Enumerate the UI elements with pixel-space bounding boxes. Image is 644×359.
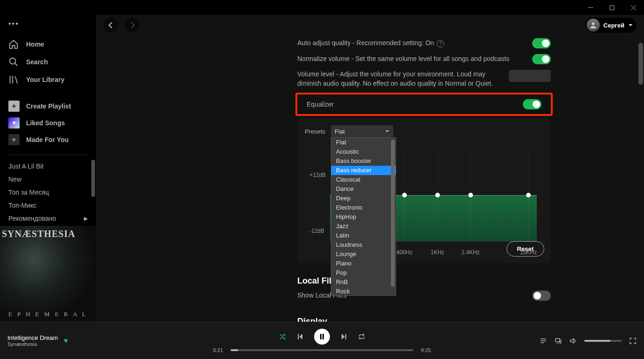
preset-option[interactable]: Electronic <box>331 203 396 212</box>
play-pause-button[interactable] <box>314 329 330 345</box>
nav-back-button[interactable] <box>103 18 118 33</box>
devices-button[interactable] <box>555 337 562 345</box>
repeat-button[interactable] <box>358 333 365 340</box>
main-scrollbar[interactable] <box>638 43 643 85</box>
toggle-equalizer[interactable] <box>523 99 541 109</box>
app-menu-icon[interactable]: ••• <box>0 17 96 31</box>
volume-slider[interactable] <box>584 340 622 342</box>
made-for-you[interactable]: ✦Made For You <box>0 131 96 148</box>
preset-option[interactable]: Bass booster <box>331 156 396 166</box>
section-heading-display: Display <box>297 317 551 322</box>
home-icon <box>8 39 19 49</box>
progress-bar[interactable] <box>231 349 413 351</box>
now-playing-artist[interactable]: Synæsthesia <box>7 341 58 347</box>
preset-option[interactable]: Piano <box>331 259 396 268</box>
main-content: Сергей Auto adjust quality - Recommended… <box>96 15 644 322</box>
queue-button[interactable] <box>540 337 547 345</box>
eq-band-handle[interactable] <box>526 193 531 197</box>
presets-selected-value: Flat <box>335 128 345 135</box>
preset-option[interactable]: Acoustic <box>331 147 396 156</box>
nav-library[interactable]: Your Library <box>0 71 96 88</box>
create-playlist[interactable]: ＋Create Playlist <box>0 98 96 115</box>
window-minimize[interactable] <box>580 0 601 15</box>
plus-icon: ＋ <box>8 101 20 112</box>
next-button[interactable] <box>340 333 348 340</box>
toggle-normalize[interactable] <box>532 54 551 64</box>
svg-point-2 <box>592 22 595 25</box>
playlist-item[interactable]: Топ-Микс <box>0 199 96 212</box>
preset-option[interactable]: Rock <box>331 287 396 296</box>
volume-button[interactable] <box>569 337 577 345</box>
preset-option[interactable]: Lounge <box>331 250 396 259</box>
preset-option[interactable]: RnB <box>331 278 396 287</box>
divider <box>8 155 88 155</box>
liked-songs[interactable]: ♥Liked Songs <box>0 115 96 131</box>
nav-forward-button[interactable] <box>125 18 140 33</box>
setting-equalizer-row: Equalizer <box>295 93 553 116</box>
window-maximize[interactable] <box>601 0 623 15</box>
playlist-item[interactable]: Рекомендовано▶ <box>0 212 96 225</box>
preset-option[interactable]: Flat <box>331 138 396 147</box>
chevron-right-icon: ▶ <box>84 216 88 222</box>
nav-search[interactable]: Search <box>0 53 96 71</box>
album-art-subtitle: E P H E M E R A L <box>0 311 96 318</box>
fullscreen-button[interactable] <box>629 337 637 345</box>
user-menu[interactable]: Сергей <box>586 18 637 33</box>
eq-band-handle[interactable] <box>468 193 473 197</box>
setting-volume-level: Volume level - Adjust the volume for you… <box>111 67 644 91</box>
like-button[interactable]: ♥ <box>63 337 68 345</box>
sidebar: ••• Home Search Your Library ＋Create Pla… <box>0 15 96 322</box>
quick-label: Made For You <box>26 136 69 143</box>
album-art[interactable]: SYNÆSTHESIA E P H E M E R A L <box>0 226 96 322</box>
x-axis-label: 400Hz <box>396 249 412 256</box>
sidebar-scrollbar[interactable] <box>91 160 95 197</box>
playlist-item[interactable]: Just A Lil Bit <box>0 160 96 173</box>
svg-rect-3 <box>320 334 322 339</box>
nav-home[interactable]: Home <box>0 35 96 53</box>
username: Сергей <box>603 22 624 29</box>
time-elapsed: 0:21 <box>210 347 226 353</box>
preset-option[interactable]: Dance <box>331 184 396 194</box>
heart-icon: ♥ <box>8 117 20 129</box>
svg-rect-6 <box>560 340 561 343</box>
reset-button[interactable]: Reset <box>507 241 544 257</box>
setting-label: Equalizer <box>307 101 523 108</box>
search-icon <box>8 57 19 67</box>
preset-option[interactable]: Pop <box>331 268 396 278</box>
prev-button[interactable] <box>296 333 304 340</box>
eq-band-handle[interactable] <box>402 193 407 197</box>
playlist-item[interactable]: Топ за Месяц <box>0 186 96 199</box>
nav-label: Search <box>26 58 48 66</box>
presets-select[interactable]: Flat <box>331 125 393 137</box>
quick-label: Liked Songs <box>26 119 65 127</box>
playlist-item[interactable]: New <box>0 173 96 186</box>
preset-option[interactable]: Latin <box>331 231 396 240</box>
preset-option[interactable]: Jazz <box>331 222 396 231</box>
svg-rect-0 <box>610 6 614 10</box>
preset-option[interactable]: Loudness <box>331 240 396 250</box>
player-bar: Intelligence Dream Synæsthesia ♥ 0:21 9:… <box>0 322 644 359</box>
shuffle-button[interactable] <box>279 333 286 340</box>
preset-option[interactable]: Bass reducer <box>331 166 396 175</box>
dropdown-scrollbar[interactable] <box>391 140 395 287</box>
now-playing-track[interactable]: Intelligence Dream <box>7 334 58 341</box>
toggle-local-files[interactable] <box>532 291 551 301</box>
equalizer-panel: Presets Flat FlatAcousticBass boosterBas… <box>297 119 551 263</box>
eq-band-handle[interactable] <box>435 193 440 197</box>
svg-point-1 <box>10 58 16 64</box>
toggle-auto-quality[interactable] <box>532 38 551 48</box>
setting-normalize: Normalize volume - Set the same volume l… <box>111 51 644 67</box>
preset-option[interactable]: HipHop <box>331 212 396 222</box>
svg-rect-5 <box>555 339 560 342</box>
y-axis-label: +12dB <box>309 172 326 178</box>
volume-level-select[interactable] <box>509 70 551 82</box>
info-icon[interactable]: ? <box>437 40 444 47</box>
preset-option[interactable]: Classical <box>331 175 396 184</box>
presets-dropdown: FlatAcousticBass boosterBass reducerClas… <box>331 137 396 296</box>
setting-label: Normalize volume - Set the same volume l… <box>297 54 523 64</box>
time-total: 9:25 <box>418 347 434 353</box>
library-icon <box>8 75 19 85</box>
preset-option[interactable]: Deep <box>331 194 396 203</box>
window-close[interactable] <box>623 0 644 15</box>
sparkle-icon: ✦ <box>8 134 20 145</box>
